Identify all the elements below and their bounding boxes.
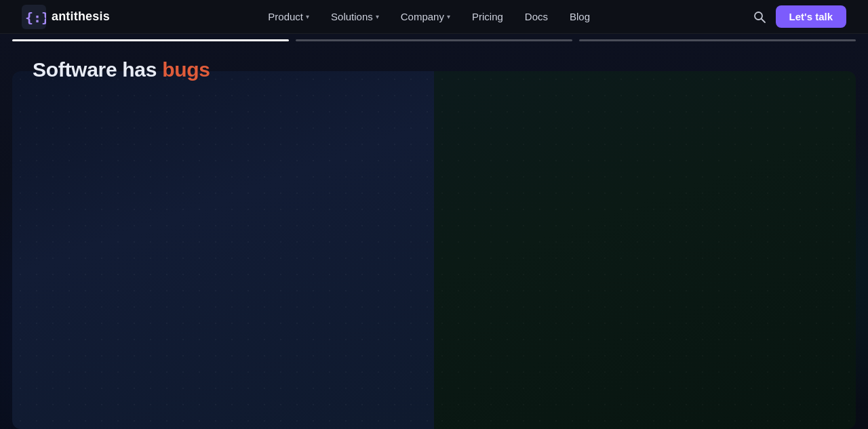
svg-text:{:}: {:} xyxy=(25,9,46,26)
logo-link[interactable]: {:} antithesis xyxy=(22,5,110,29)
svg-line-3 xyxy=(762,19,765,22)
nav-blog-link[interactable]: Blog xyxy=(560,7,599,26)
nav-item-solutions: Solutions ▾ xyxy=(321,7,389,26)
nav-item-company: Company ▾ xyxy=(391,7,460,26)
progress-segment-3 xyxy=(579,39,856,41)
nav-company-button[interactable]: Company ▾ xyxy=(391,7,460,26)
lets-talk-button[interactable]: Let's talk xyxy=(776,5,846,28)
nav-right: Let's talk xyxy=(749,5,846,28)
logo-icon: {:} xyxy=(22,5,46,29)
chevron-down-icon: ▾ xyxy=(306,13,309,20)
nav-item-docs: Docs xyxy=(515,7,557,26)
nav-pricing-link[interactable]: Pricing xyxy=(462,7,513,26)
headline-static: Software has xyxy=(33,58,162,81)
nav-item-pricing: Pricing xyxy=(462,7,513,26)
hero-content: Software has bugs xyxy=(33,58,210,81)
hero-headline: Software has bugs xyxy=(33,58,210,81)
chevron-down-icon: ▾ xyxy=(447,13,450,20)
headline-highlight: bugs xyxy=(162,58,210,81)
nav-docs-link[interactable]: Docs xyxy=(515,7,557,26)
svg-point-2 xyxy=(755,12,762,20)
nav-item-blog: Blog xyxy=(560,7,599,26)
progress-segment-2 xyxy=(296,39,572,41)
hero-section: Software has bugs xyxy=(0,34,868,429)
hero-panel-right xyxy=(434,71,856,429)
nav-solutions-button[interactable]: Solutions ▾ xyxy=(321,7,389,26)
chevron-down-icon: ▾ xyxy=(376,13,379,20)
search-icon xyxy=(753,10,766,24)
progress-bar-row xyxy=(12,39,856,41)
nav-product-button[interactable]: Product ▾ xyxy=(258,7,319,26)
navbar: {:} antithesis Product ▾ Solutions ▾ Com… xyxy=(0,0,868,34)
progress-segment-1 xyxy=(12,39,289,41)
search-button[interactable] xyxy=(749,6,770,28)
nav-links: Product ▾ Solutions ▾ Company ▾ Pricing … xyxy=(258,7,599,26)
hero-panel-left xyxy=(12,71,434,429)
logo-text: antithesis xyxy=(52,9,110,24)
hero-panels xyxy=(12,71,856,429)
nav-item-product: Product ▾ xyxy=(258,7,319,26)
